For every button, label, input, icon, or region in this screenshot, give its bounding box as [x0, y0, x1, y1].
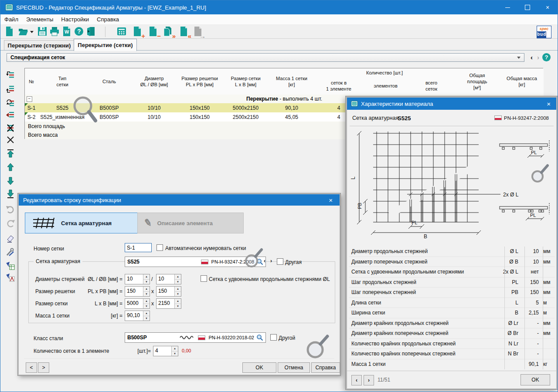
cell-grid[interactable]: 150x150 [177, 103, 223, 113]
prev-spec-button[interactable]: ‹ [531, 54, 533, 61]
next-row-button[interactable]: > [38, 362, 49, 373]
doubled-bars-checkbox[interactable] [201, 275, 207, 282]
mesh-picker-field[interactable]: S525 PN-H-93247-2:2008 [125, 257, 266, 267]
cancel-button[interactable]: Отмена [278, 362, 310, 373]
undo-button[interactable] [6, 204, 15, 214]
new-document-button[interactable] [4, 26, 15, 37]
cell-diameter[interactable]: 10/10 [132, 103, 177, 113]
spec-help-button[interactable]: ? [542, 53, 551, 61]
exit-button[interactable] [86, 26, 97, 37]
append-row-button[interactable] [6, 84, 15, 94]
spin-up-icon[interactable]: ▲ [172, 346, 178, 351]
next-spec-button[interactable]: › [537, 54, 539, 61]
insert-row-above-button[interactable] [6, 70, 15, 80]
search-icon[interactable] [256, 334, 263, 341]
cell-size[interactable]: 2500x2150 [223, 112, 269, 122]
maximize-button[interactable] [517, 0, 538, 14]
spin-up-icon[interactable]: ▲ [175, 299, 181, 304]
mesh-mode-button[interactable]: Сетка арматурная [25, 213, 147, 233]
cell-mass[interactable]: 90,10 [269, 103, 315, 113]
spin-up-icon[interactable]: ▲ [143, 274, 150, 280]
spin-down-icon[interactable]: ▼ [175, 292, 181, 297]
cell-no[interactable]: S-2 [25, 112, 38, 122]
diameter-l-stepper[interactable]: 10 ▲▼ [125, 274, 150, 284]
minimize-button[interactable] [497, 0, 517, 14]
diameter-b-stepper[interactable]: 10 ▲▼ [156, 274, 181, 284]
menu-help[interactable]: Справка [93, 16, 123, 23]
format-eraser-button[interactable] [6, 234, 15, 243]
mesh-number-input[interactable] [125, 243, 152, 252]
move-row-up-button[interactable] [6, 162, 15, 172]
spin-down-icon[interactable]: ▼ [175, 304, 181, 309]
specification-table-button[interactable] [116, 26, 128, 37]
replace-row-button[interactable] [6, 98, 15, 107]
cell-steel[interactable]: B500SP [87, 103, 132, 113]
mesh-l-stepper[interactable]: 5000 ▲▼ [125, 298, 150, 309]
open-button[interactable] [18, 26, 29, 37]
other-steel-checkbox[interactable] [270, 334, 277, 341]
delete-row-button[interactable] [6, 135, 15, 145]
panel-close-button[interactable]: × [545, 100, 552, 108]
description-mode-button[interactable]: ✎ Описание элемента [137, 213, 244, 233]
export-row-button[interactable]: → [193, 26, 204, 37]
search-icon[interactable] [256, 258, 263, 265]
help-button[interactable]: Справка [311, 362, 340, 373]
insert-row-button[interactable]: « [178, 26, 190, 37]
print-button[interactable] [49, 26, 61, 37]
spin-up-icon[interactable]: ▲ [175, 274, 181, 280]
cell-diameter[interactable]: 10/10 [132, 112, 177, 122]
menu-file[interactable]: Файл [0, 16, 22, 23]
spin-up-icon[interactable]: ▲ [143, 299, 150, 304]
auto-number-checkbox[interactable] [157, 244, 163, 251]
move-row-top-button[interactable] [6, 149, 15, 158]
panel-ok-button[interactable]: OK [521, 374, 550, 385]
spin-down-icon[interactable]: ▼ [143, 292, 150, 297]
steel-picker-field[interactable]: B500SP PN-H-93220:2018-02 [125, 332, 266, 343]
spin-up-icon[interactable]: ▲ [143, 311, 150, 316]
help-button[interactable]: ? [74, 26, 85, 37]
export-drawing-button[interactable] [6, 273, 15, 282]
open-dropdown-icon[interactable] [30, 31, 34, 33]
prev-material-button[interactable]: ‹ [351, 375, 362, 385]
move-row-bottom-button[interactable] [6, 189, 15, 199]
clear-row-button[interactable] [6, 123, 15, 133]
tab-slab-meshes[interactable]: Перекрытие (сетки) [74, 39, 137, 51]
close-button[interactable]: × [538, 0, 558, 14]
cell-grid[interactable]: 150x150 [177, 112, 223, 122]
next-mesh-button[interactable]: › [270, 258, 272, 264]
cell-type[interactable]: S525_измененная [38, 112, 87, 122]
export-table-button[interactable] [6, 261, 15, 270]
spec-selector[interactable]: Спецификация сеток [7, 53, 524, 62]
cell-size[interactable]: 5000x2150 [223, 103, 269, 113]
spin-up-icon[interactable]: ▲ [175, 287, 181, 292]
word-export-button[interactable]: W [61, 26, 73, 37]
move-row-down-button[interactable] [6, 176, 15, 186]
menu-settings[interactable]: Настройки [57, 16, 93, 23]
prev-mesh-button[interactable]: ‹ [264, 258, 265, 264]
ok-button[interactable]: OK [242, 362, 276, 373]
spin-down-icon[interactable]: ▼ [175, 280, 181, 284]
collapse-icon[interactable]: − [27, 96, 32, 102]
copy-row-button[interactable]: » [163, 26, 174, 37]
quantity-stepper[interactable]: 4 ▲▼ [153, 346, 178, 356]
next-material-button[interactable]: › [364, 375, 374, 385]
spin-down-icon[interactable]: ▼ [143, 304, 150, 309]
tab-slab-bars[interactable]: Перекрытие (стержни) [4, 40, 75, 51]
mesh-b-stepper[interactable]: 2150 ▲▼ [156, 298, 181, 309]
spin-down-icon[interactable]: ▼ [172, 351, 178, 356]
redo-button[interactable] [6, 218, 15, 228]
duplicate-row-button[interactable] [6, 110, 15, 120]
mesh-mass-stepper[interactable]: 90,10 ▲▼ [125, 311, 150, 321]
cell-no[interactable]: S-1 [25, 103, 38, 113]
remove-row-button[interactable]: − [148, 26, 159, 37]
dialog-close-button[interactable]: × [326, 196, 335, 204]
spin-down-icon[interactable]: ▼ [143, 280, 150, 284]
save-button[interactable] [37, 26, 48, 37]
spin-up-icon[interactable]: ▲ [143, 287, 150, 292]
grid-b-stepper[interactable]: 150 ▲▼ [156, 286, 181, 297]
cell-type[interactable]: S525 [38, 103, 87, 113]
add-row-button[interactable]: + [132, 26, 143, 37]
cell-steel[interactable]: B500SP [87, 112, 132, 122]
tools-button[interactable] [6, 247, 15, 257]
spin-down-icon[interactable]: ▼ [143, 316, 150, 321]
